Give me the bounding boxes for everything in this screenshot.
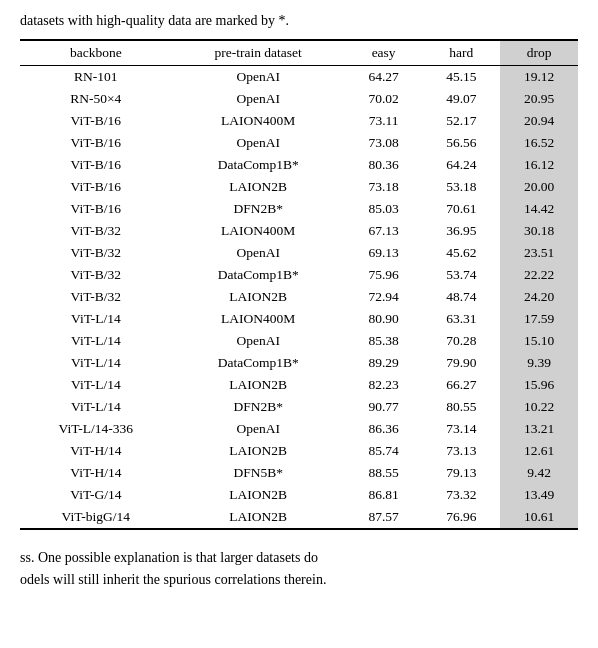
cell-r0-c0: RN-101 xyxy=(20,66,172,89)
cell-r6-c3: 70.61 xyxy=(423,198,501,220)
top-text-content: datasets with high-quality data are mark… xyxy=(20,13,289,28)
cell-r11-c2: 80.90 xyxy=(345,308,423,330)
cell-r3-c3: 56.56 xyxy=(423,132,501,154)
cell-r2-c2: 73.11 xyxy=(345,110,423,132)
table-row: ViT-L/14OpenAI85.3870.2815.10 xyxy=(20,330,578,352)
cell-r17-c3: 73.13 xyxy=(423,440,501,462)
cell-r13-c2: 89.29 xyxy=(345,352,423,374)
cell-r4-c3: 64.24 xyxy=(423,154,501,176)
table-row: ViT-B/32LAION2B72.9448.7424.20 xyxy=(20,286,578,308)
cell-r16-c0: ViT-L/14-336 xyxy=(20,418,172,440)
cell-r13-c3: 79.90 xyxy=(423,352,501,374)
cell-r2-c0: ViT-B/16 xyxy=(20,110,172,132)
cell-r2-c4: 20.94 xyxy=(500,110,578,132)
cell-r1-c2: 70.02 xyxy=(345,88,423,110)
results-table: backbone pre-train dataset easy hard dro… xyxy=(20,39,578,531)
cell-r10-c2: 72.94 xyxy=(345,286,423,308)
table-row: ViT-bigG/14LAION2B87.5776.9610.61 xyxy=(20,506,578,529)
cell-r2-c1: LAION400M xyxy=(172,110,345,132)
cell-r10-c1: LAION2B xyxy=(172,286,345,308)
cell-r1-c4: 20.95 xyxy=(500,88,578,110)
cell-r10-c4: 24.20 xyxy=(500,286,578,308)
cell-r0-c1: OpenAI xyxy=(172,66,345,89)
cell-r17-c2: 85.74 xyxy=(345,440,423,462)
cell-r18-c0: ViT-H/14 xyxy=(20,462,172,484)
cell-r12-c1: OpenAI xyxy=(172,330,345,352)
cell-r1-c1: OpenAI xyxy=(172,88,345,110)
cell-r19-c0: ViT-G/14 xyxy=(20,484,172,506)
cell-r8-c2: 69.13 xyxy=(345,242,423,264)
cell-r9-c3: 53.74 xyxy=(423,264,501,286)
cell-r19-c3: 73.32 xyxy=(423,484,501,506)
cell-r8-c4: 23.51 xyxy=(500,242,578,264)
table-row: ViT-H/14LAION2B85.7473.1312.61 xyxy=(20,440,578,462)
cell-r8-c0: ViT-B/32 xyxy=(20,242,172,264)
table-row: ViT-L/14DFN2B*90.7780.5510.22 xyxy=(20,396,578,418)
cell-r17-c4: 12.61 xyxy=(500,440,578,462)
cell-r4-c4: 16.12 xyxy=(500,154,578,176)
col-header-easy: easy xyxy=(345,40,423,66)
cell-r15-c1: DFN2B* xyxy=(172,396,345,418)
cell-r3-c0: ViT-B/16 xyxy=(20,132,172,154)
cell-r13-c1: DataComp1B* xyxy=(172,352,345,374)
cell-r12-c4: 15.10 xyxy=(500,330,578,352)
cell-r18-c2: 88.55 xyxy=(345,462,423,484)
cell-r10-c3: 48.74 xyxy=(423,286,501,308)
cell-r3-c4: 16.52 xyxy=(500,132,578,154)
cell-r12-c3: 70.28 xyxy=(423,330,501,352)
table-row: RN-101OpenAI64.2745.1519.12 xyxy=(20,66,578,89)
col-header-backbone: backbone xyxy=(20,40,172,66)
bottom-text-line2: odels will still inherit the spurious co… xyxy=(20,569,578,591)
cell-r6-c0: ViT-B/16 xyxy=(20,198,172,220)
table-row: ViT-L/14-336OpenAI86.3673.1413.21 xyxy=(20,418,578,440)
cell-r12-c2: 85.38 xyxy=(345,330,423,352)
table-row: ViT-B/16LAION2B73.1853.1820.00 xyxy=(20,176,578,198)
cell-r6-c4: 14.42 xyxy=(500,198,578,220)
cell-r7-c3: 36.95 xyxy=(423,220,501,242)
cell-r16-c4: 13.21 xyxy=(500,418,578,440)
cell-r20-c4: 10.61 xyxy=(500,506,578,529)
cell-r20-c0: ViT-bigG/14 xyxy=(20,506,172,529)
cell-r5-c1: LAION2B xyxy=(172,176,345,198)
col-header-drop: drop xyxy=(500,40,578,66)
cell-r0-c3: 45.15 xyxy=(423,66,501,89)
cell-r19-c4: 13.49 xyxy=(500,484,578,506)
cell-r2-c3: 52.17 xyxy=(423,110,501,132)
cell-r10-c0: ViT-B/32 xyxy=(20,286,172,308)
bottom-text: ss. One possible explanation is that lar… xyxy=(20,547,578,592)
table-row: ViT-B/16DataComp1B*80.3664.2416.12 xyxy=(20,154,578,176)
cell-r9-c0: ViT-B/32 xyxy=(20,264,172,286)
col-header-hard: hard xyxy=(423,40,501,66)
cell-r6-c2: 85.03 xyxy=(345,198,423,220)
cell-r7-c1: LAION400M xyxy=(172,220,345,242)
cell-r15-c2: 90.77 xyxy=(345,396,423,418)
cell-r9-c1: DataComp1B* xyxy=(172,264,345,286)
cell-r15-c3: 80.55 xyxy=(423,396,501,418)
cell-r0-c2: 64.27 xyxy=(345,66,423,89)
cell-r20-c1: LAION2B xyxy=(172,506,345,529)
cell-r18-c3: 79.13 xyxy=(423,462,501,484)
cell-r14-c0: ViT-L/14 xyxy=(20,374,172,396)
cell-r3-c1: OpenAI xyxy=(172,132,345,154)
cell-r13-c4: 9.39 xyxy=(500,352,578,374)
cell-r5-c2: 73.18 xyxy=(345,176,423,198)
cell-r20-c2: 87.57 xyxy=(345,506,423,529)
cell-r8-c1: OpenAI xyxy=(172,242,345,264)
table-row: ViT-B/16LAION400M73.1152.1720.94 xyxy=(20,110,578,132)
cell-r4-c0: ViT-B/16 xyxy=(20,154,172,176)
table-row: ViT-B/32DataComp1B*75.9653.7422.22 xyxy=(20,264,578,286)
cell-r11-c3: 63.31 xyxy=(423,308,501,330)
cell-r14-c1: LAION2B xyxy=(172,374,345,396)
cell-r18-c1: DFN5B* xyxy=(172,462,345,484)
bottom-text-line1: ss. One possible explanation is that lar… xyxy=(20,547,578,569)
cell-r1-c0: RN-50×4 xyxy=(20,88,172,110)
cell-r14-c2: 82.23 xyxy=(345,374,423,396)
cell-r20-c3: 76.96 xyxy=(423,506,501,529)
cell-r1-c3: 49.07 xyxy=(423,88,501,110)
table-row: ViT-L/14DataComp1B*89.2979.909.39 xyxy=(20,352,578,374)
cell-r11-c4: 17.59 xyxy=(500,308,578,330)
cell-r0-c4: 19.12 xyxy=(500,66,578,89)
cell-r17-c0: ViT-H/14 xyxy=(20,440,172,462)
cell-r19-c1: LAION2B xyxy=(172,484,345,506)
cell-r12-c0: ViT-L/14 xyxy=(20,330,172,352)
